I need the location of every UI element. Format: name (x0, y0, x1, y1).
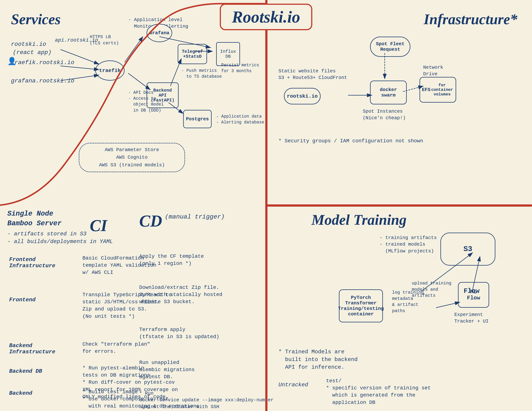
spot-instances-label: Spot Instances(Nice'n cheap!) (363, 108, 406, 121)
persist-metrics-label: - Persist metrics for 3 months (216, 62, 259, 74)
postgres-node: Postgres (183, 110, 212, 128)
aws-cloud-text: AWS Parameter Store AWS Cognito AWS S3 (… (99, 146, 165, 169)
ci-label-backend-infra: BackendInfrastructure (9, 343, 55, 355)
spot-fleet-node: Spot FleetRequest (370, 37, 410, 57)
network-drive-label: NetworkDrive (423, 64, 443, 77)
cd-step1: Apply the CF template(only 1 region *) (139, 253, 204, 267)
traefik-node: traefik (95, 60, 124, 81)
flow-label: Flow (464, 287, 479, 296)
page-title: Rootski.io (232, 8, 300, 26)
ci-label-backend-db: Backend DB (9, 368, 42, 374)
untracked-detail: test/* specific version of training set … (326, 377, 431, 406)
trained-models-note: * Trained Models are built into the back… (278, 348, 358, 371)
ci-heading: CI (90, 216, 107, 235)
telegraf-node: Telegraf+StatsD (178, 44, 207, 64)
horizontal-divider (266, 205, 532, 207)
cd-step4: Run unappliedalembic migrationsagainst D… (139, 359, 195, 381)
bamboo-bullet2: - all builds/deployments in YAML (7, 238, 113, 245)
experiment-tracker-label: ExperimentTracker + UI (454, 311, 489, 325)
efs-node: EFSfor containervolumes (419, 77, 456, 103)
push-metrics-label: - Push metrics to TS database (181, 68, 222, 79)
traefik-rootski-label: traefik.rootski.io (11, 59, 74, 67)
grafana-node: Grafana (147, 24, 172, 42)
static-files-label: Static website filesS3 + Route53+ CloudF… (278, 68, 347, 81)
svg-line-15 (436, 302, 460, 308)
api-docs-label: · API Docs· Access to object model in DB… (128, 90, 164, 113)
services-heading: Services (11, 11, 61, 28)
security-note: * Security groups / IAM configuration no… (278, 137, 423, 145)
cd-step2: Download/extract Zip file.Sync with stat… (139, 284, 222, 306)
model-training-heading: Model Training (312, 212, 407, 228)
title-box: Rootski.io (220, 4, 312, 30)
ci-label-frontend-infra: FrontendInfrastructure (9, 256, 55, 269)
person-icon: 👤 (7, 57, 17, 66)
https-lb-label: HTTPS LB(TLS certs) (90, 34, 119, 46)
cd-step5: * Rundocker service update --image xxx:d… (139, 390, 274, 411)
s3-items-label: - training artifacts- trained models (ML… (380, 234, 437, 254)
grafana-rootski-label: grafana.rootski.io (11, 77, 74, 85)
pytorch-node: PyTorchTransformerTraining/testingcontai… (339, 290, 383, 322)
ci-backend-infra-content: Check "terraform plan"for errors. (82, 341, 150, 355)
rootski-react-label: rootski.io(react app) (11, 40, 51, 57)
cd-heading: CD (139, 212, 162, 230)
cd-step3: Terraform apply(tfstate in S3 is updated… (139, 326, 219, 340)
rootski-io-infra-node: rootski.io (284, 88, 321, 104)
svg-line-7 (124, 37, 143, 62)
aws-cloud-node: AWS Parameter Store AWS Cognito AWS S3 (… (79, 143, 185, 172)
ci-label-frontend: Frontend (9, 297, 36, 303)
s3-node: S3 (440, 233, 495, 266)
docker-swarm-node: dockerswarm (370, 81, 407, 104)
untracked-label: Untracked (278, 381, 308, 389)
app-data-label: - Application data- Alerting database (216, 113, 264, 125)
main-container: Rootski.io Services Infrastructure* root… (0, 0, 532, 411)
cd-subheading: (manual trigger) (165, 213, 225, 220)
log-training-label: log trainingmetadata& artifactpaths (392, 290, 424, 314)
ci-label-backend: Backend (9, 390, 32, 396)
infrastructure-heading: Infrastructure* (424, 11, 517, 28)
